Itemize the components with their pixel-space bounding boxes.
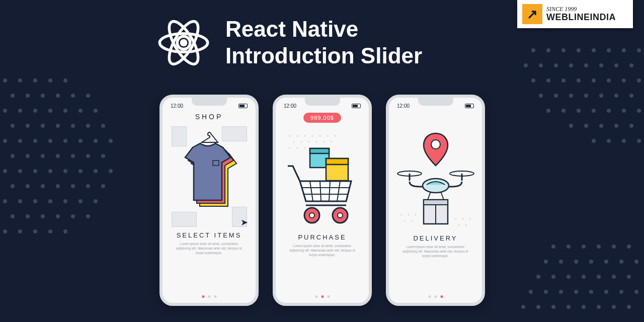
svg-point-168 [334,135,336,137]
svg-point-19 [26,124,30,128]
svg-point-8 [56,94,60,98]
svg-point-132 [634,260,638,264]
svg-point-140 [529,290,533,294]
svg-point-88 [629,63,633,67]
svg-point-70 [33,229,37,233]
svg-point-30 [78,139,83,143]
svg-point-124 [612,245,616,249]
svg-point-93 [592,78,596,83]
svg-point-129 [589,260,593,264]
page-indicator [428,295,443,298]
title-line-1: React Native [225,16,422,43]
svg-point-99 [569,94,573,98]
pager-dot [434,295,437,298]
pager-dot [208,295,210,298]
svg-point-62 [11,214,15,218]
svg-point-56 [18,199,22,203]
brand-logo-badge: ↗ SINCE 1999 WEBLINEINDIA [517,0,633,28]
svg-point-45 [78,169,83,173]
svg-point-152 [582,305,586,309]
svg-point-58 [48,199,52,203]
svg-point-113 [599,124,603,128]
svg-point-13 [33,109,37,113]
svg-point-130 [604,260,608,264]
svg-point-210 [462,218,463,220]
svg-point-11 [3,109,7,113]
svg-point-119 [637,139,641,143]
svg-point-18 [11,124,15,128]
svg-point-47 [109,169,113,173]
svg-point-143 [574,290,578,294]
svg-point-164 [304,135,305,137]
svg-point-52 [71,184,75,188]
svg-point-75 [561,48,566,52]
svg-point-10 [86,94,90,98]
svg-point-126 [544,260,548,264]
svg-point-23 [86,124,90,128]
svg-point-112 [584,124,588,128]
svg-point-80 [637,48,641,52]
svg-rect-181 [326,158,348,165]
title-line-2: Introduction Slider [225,43,422,69]
react-icon [156,15,211,70]
phone-notch [418,98,453,106]
svg-point-28 [48,139,52,143]
svg-point-131 [619,260,623,264]
svg-point-84 [569,63,573,67]
phone-notch [192,98,227,106]
banner-title: React Native Introduction Slider [225,16,422,69]
svg-point-207 [404,220,405,222]
svg-point-141 [544,290,548,294]
svg-point-66 [71,214,75,218]
svg-point-24 [101,124,105,128]
svg-point-208 [411,220,412,222]
svg-point-82 [539,63,543,67]
svg-point-123 [597,245,601,249]
svg-point-95 [622,78,626,83]
svg-point-153 [597,305,601,309]
svg-point-12 [18,109,22,113]
svg-point-102 [614,94,618,98]
page-indicator [315,295,330,298]
svg-point-78 [607,48,611,52]
svg-point-209 [455,218,456,220]
svg-point-147 [634,290,638,294]
svg-point-36 [56,154,60,158]
svg-point-74 [546,48,550,52]
svg-point-6 [26,94,30,98]
screen-lorem: Lorem ipsum dolor sit amet, consectetur … [168,239,251,255]
svg-point-79 [622,48,626,52]
svg-point-136 [582,275,586,279]
svg-point-172 [315,141,317,143]
svg-point-34 [26,154,30,158]
svg-point-165 [311,135,313,137]
svg-point-17 [94,109,98,113]
cursor-icon: ➤ [240,217,248,228]
phone-delivery: 12:00 [386,95,485,306]
svg-point-90 [546,78,550,83]
svg-point-40 [3,169,7,173]
svg-point-100 [584,94,588,98]
svg-point-21 [56,124,60,128]
svg-point-110 [637,109,641,113]
svg-point-69 [18,229,22,233]
svg-point-27 [33,139,37,143]
phone-notch [305,98,340,106]
pager-dot [202,295,204,298]
svg-point-121 [567,245,571,249]
screen-lorem: Lorem ipsum dolor sit amet, consectetur … [394,242,477,258]
svg-line-200 [441,192,444,200]
svg-point-175 [289,147,290,149]
svg-point-9 [71,94,75,98]
price-pill: 989.00$ [303,113,341,123]
svg-point-91 [561,78,566,83]
status-time: 12:00 [171,103,183,109]
svg-point-145 [604,290,608,294]
svg-point-139 [627,275,631,279]
svg-point-51 [56,184,60,188]
page-indicator [202,295,216,298]
svg-point-122 [582,245,586,249]
svg-point-192 [338,213,343,218]
svg-point-148 [521,305,525,309]
svg-point-55 [3,199,7,203]
